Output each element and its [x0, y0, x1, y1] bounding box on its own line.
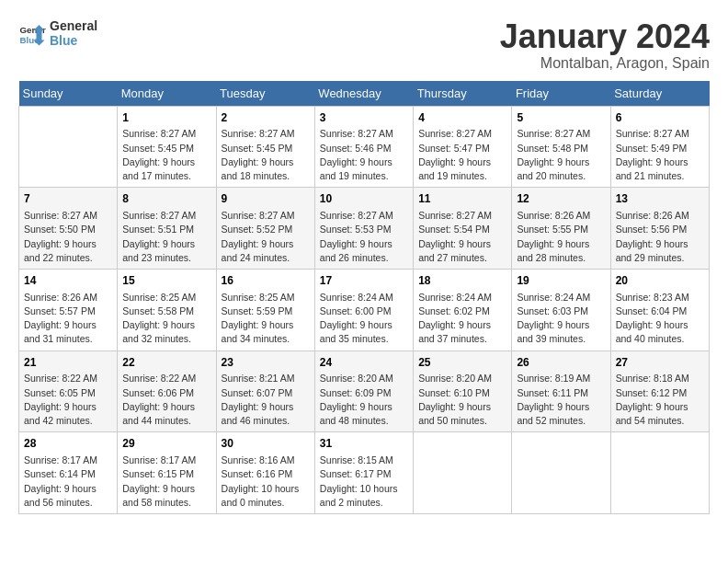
- day-cell: 17Sunrise: 8:24 AMSunset: 6:00 PMDayligh…: [314, 269, 413, 350]
- day-number: 19: [517, 273, 605, 289]
- title-section: January 2024 Montalban, Aragon, Spain: [500, 18, 710, 72]
- day-number: 3: [320, 110, 408, 126]
- day-number: 13: [616, 191, 704, 207]
- day-info: Sunrise: 8:25 AMSunset: 5:59 PMDaylight:…: [222, 291, 310, 347]
- logo-blue: Blue: [50, 33, 97, 48]
- day-info: Sunrise: 8:27 AMSunset: 5:46 PMDaylight:…: [320, 127, 408, 183]
- day-cell: 8Sunrise: 8:27 AMSunset: 5:51 PMDaylight…: [118, 188, 216, 270]
- day-number: 2: [222, 110, 310, 126]
- day-info: Sunrise: 8:17 AMSunset: 6:15 PMDaylight:…: [122, 454, 210, 510]
- day-cell: 13Sunrise: 8:26 AMSunset: 5:56 PMDayligh…: [610, 188, 709, 270]
- day-cell: 3Sunrise: 8:27 AMSunset: 5:46 PMDaylight…: [314, 106, 413, 188]
- day-number: 20: [616, 273, 704, 289]
- day-cell: 18Sunrise: 8:24 AMSunset: 6:02 PMDayligh…: [414, 269, 512, 350]
- day-cell: 31Sunrise: 8:15 AMSunset: 6:17 PMDayligh…: [314, 432, 413, 514]
- day-cell: 1Sunrise: 8:27 AMSunset: 5:45 PMDaylight…: [118, 106, 216, 188]
- day-info: Sunrise: 8:26 AMSunset: 5:57 PMDaylight:…: [24, 291, 112, 347]
- logo-icon: General Blue: [18, 19, 46, 47]
- day-cell: 25Sunrise: 8:20 AMSunset: 6:10 PMDayligh…: [414, 350, 512, 432]
- day-info: Sunrise: 8:18 AMSunset: 6:12 PMDaylight:…: [616, 372, 704, 428]
- day-cell: 6Sunrise: 8:27 AMSunset: 5:49 PMDaylight…: [610, 106, 709, 188]
- day-cell: 20Sunrise: 8:23 AMSunset: 6:04 PMDayligh…: [610, 269, 709, 350]
- day-number: 17: [320, 273, 408, 289]
- day-info: Sunrise: 8:22 AMSunset: 6:06 PMDaylight:…: [122, 372, 210, 428]
- day-cell: 11Sunrise: 8:27 AMSunset: 5:54 PMDayligh…: [414, 188, 512, 270]
- weekday-header-saturday: Saturday: [610, 81, 709, 107]
- day-number: 16: [222, 273, 310, 289]
- day-number: 26: [517, 355, 605, 371]
- day-info: Sunrise: 8:26 AMSunset: 5:56 PMDaylight:…: [616, 209, 704, 265]
- weekday-header-tuesday: Tuesday: [216, 81, 314, 107]
- day-cell: 22Sunrise: 8:22 AMSunset: 6:06 PMDayligh…: [118, 350, 216, 432]
- day-info: Sunrise: 8:27 AMSunset: 5:53 PMDaylight:…: [320, 209, 408, 265]
- weekday-header-wednesday: Wednesday: [314, 81, 413, 107]
- day-cell: 12Sunrise: 8:26 AMSunset: 5:55 PMDayligh…: [512, 188, 610, 270]
- day-info: Sunrise: 8:27 AMSunset: 5:50 PMDaylight:…: [24, 209, 112, 265]
- day-info: Sunrise: 8:23 AMSunset: 6:04 PMDaylight:…: [616, 291, 704, 347]
- day-info: Sunrise: 8:27 AMSunset: 5:49 PMDaylight:…: [616, 127, 704, 183]
- day-cell: 30Sunrise: 8:16 AMSunset: 6:16 PMDayligh…: [216, 432, 314, 514]
- day-info: Sunrise: 8:27 AMSunset: 5:51 PMDaylight:…: [122, 209, 210, 265]
- day-info: Sunrise: 8:27 AMSunset: 5:45 PMDaylight:…: [122, 127, 210, 183]
- logo-general: General: [50, 18, 97, 33]
- day-number: 4: [418, 110, 506, 126]
- day-cell: 21Sunrise: 8:22 AMSunset: 6:05 PMDayligh…: [19, 350, 118, 432]
- location-subtitle: Montalban, Aragon, Spain: [500, 55, 710, 72]
- day-number: 9: [222, 191, 310, 207]
- day-info: Sunrise: 8:24 AMSunset: 6:00 PMDaylight:…: [320, 291, 408, 347]
- week-row-2: 7Sunrise: 8:27 AMSunset: 5:50 PMDaylight…: [19, 188, 710, 270]
- day-info: Sunrise: 8:26 AMSunset: 5:55 PMDaylight:…: [517, 209, 605, 265]
- day-number: 21: [24, 355, 112, 371]
- day-cell: 24Sunrise: 8:20 AMSunset: 6:09 PMDayligh…: [314, 350, 413, 432]
- day-number: 12: [517, 191, 605, 207]
- day-info: Sunrise: 8:21 AMSunset: 6:07 PMDaylight:…: [222, 372, 310, 428]
- day-info: Sunrise: 8:27 AMSunset: 5:45 PMDaylight:…: [222, 127, 310, 183]
- week-row-1: 1Sunrise: 8:27 AMSunset: 5:45 PMDaylight…: [19, 106, 710, 188]
- day-cell: 19Sunrise: 8:24 AMSunset: 6:03 PMDayligh…: [512, 269, 610, 350]
- day-number: 23: [222, 355, 310, 371]
- day-info: Sunrise: 8:20 AMSunset: 6:10 PMDaylight:…: [418, 372, 506, 428]
- day-info: Sunrise: 8:27 AMSunset: 5:52 PMDaylight:…: [222, 209, 310, 265]
- day-number: 27: [616, 355, 704, 371]
- day-cell: [610, 432, 709, 514]
- day-number: 25: [418, 355, 506, 371]
- week-row-3: 14Sunrise: 8:26 AMSunset: 5:57 PMDayligh…: [19, 269, 710, 350]
- day-info: Sunrise: 8:22 AMSunset: 6:05 PMDaylight:…: [24, 372, 112, 428]
- day-number: 10: [320, 191, 408, 207]
- day-number: 28: [24, 436, 112, 452]
- day-number: 1: [122, 110, 210, 126]
- day-cell: 16Sunrise: 8:25 AMSunset: 5:59 PMDayligh…: [216, 269, 314, 350]
- month-year-title: January 2024: [500, 18, 710, 55]
- day-cell: [414, 432, 512, 514]
- day-number: 30: [222, 436, 310, 452]
- day-cell: 28Sunrise: 8:17 AMSunset: 6:14 PMDayligh…: [19, 432, 118, 514]
- day-cell: 26Sunrise: 8:19 AMSunset: 6:11 PMDayligh…: [512, 350, 610, 432]
- day-number: 7: [24, 191, 112, 207]
- day-info: Sunrise: 8:24 AMSunset: 6:03 PMDaylight:…: [517, 291, 605, 347]
- day-number: 31: [320, 436, 408, 452]
- day-cell: 5Sunrise: 8:27 AMSunset: 5:48 PMDaylight…: [512, 106, 610, 188]
- day-info: Sunrise: 8:25 AMSunset: 5:58 PMDaylight:…: [122, 291, 210, 347]
- day-cell: 29Sunrise: 8:17 AMSunset: 6:15 PMDayligh…: [118, 432, 216, 514]
- day-cell: [512, 432, 610, 514]
- weekday-header-sunday: Sunday: [19, 81, 118, 107]
- day-info: Sunrise: 8:17 AMSunset: 6:14 PMDaylight:…: [24, 454, 112, 510]
- day-cell: 15Sunrise: 8:25 AMSunset: 5:58 PMDayligh…: [118, 269, 216, 350]
- day-cell: 2Sunrise: 8:27 AMSunset: 5:45 PMDaylight…: [216, 106, 314, 188]
- day-number: 15: [122, 273, 210, 289]
- day-cell: 23Sunrise: 8:21 AMSunset: 6:07 PMDayligh…: [216, 350, 314, 432]
- day-number: 8: [122, 191, 210, 207]
- day-info: Sunrise: 8:27 AMSunset: 5:47 PMDaylight:…: [418, 127, 506, 183]
- day-info: Sunrise: 8:27 AMSunset: 5:48 PMDaylight:…: [517, 127, 605, 183]
- day-cell: 27Sunrise: 8:18 AMSunset: 6:12 PMDayligh…: [610, 350, 709, 432]
- weekday-header-thursday: Thursday: [414, 81, 512, 107]
- day-number: 14: [24, 273, 112, 289]
- day-cell: 9Sunrise: 8:27 AMSunset: 5:52 PMDaylight…: [216, 188, 314, 270]
- day-number: 22: [122, 355, 210, 371]
- week-row-4: 21Sunrise: 8:22 AMSunset: 6:05 PMDayligh…: [19, 350, 710, 432]
- page-header: General Blue General Blue January 2024 M…: [18, 18, 710, 72]
- day-cell: [19, 106, 118, 188]
- day-cell: 7Sunrise: 8:27 AMSunset: 5:50 PMDaylight…: [19, 188, 118, 270]
- day-info: Sunrise: 8:27 AMSunset: 5:54 PMDaylight:…: [418, 209, 506, 265]
- day-number: 18: [418, 273, 506, 289]
